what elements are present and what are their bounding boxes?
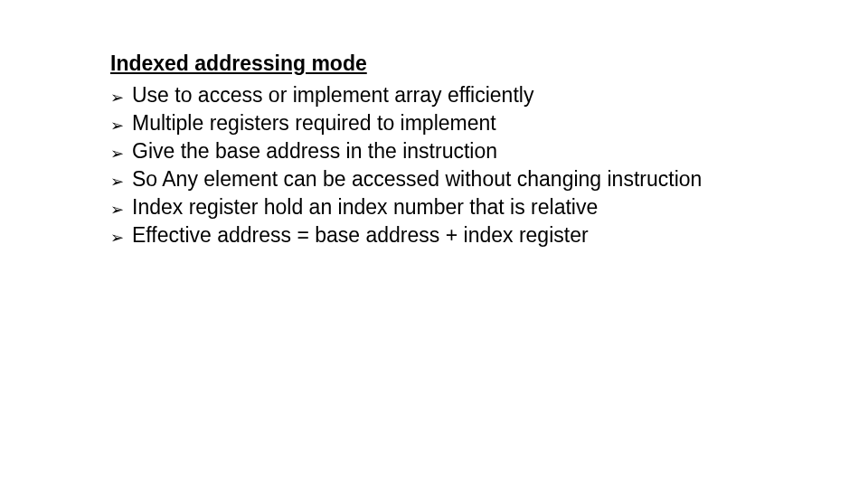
section-heading: Indexed addressing mode	[110, 50, 868, 78]
arrow-right-icon: ➢	[110, 89, 132, 106]
list-item: ➢ Index register hold an index number th…	[110, 193, 868, 221]
slide: Indexed addressing mode ➢ Use to access …	[0, 0, 868, 488]
arrow-right-icon: ➢	[110, 145, 132, 162]
arrow-right-icon: ➢	[110, 117, 132, 134]
list-item: ➢ So Any element can be accessed without…	[110, 165, 868, 193]
bullet-text: Multiple registers required to implement	[132, 109, 496, 137]
list-item: ➢ Effective address = base address + ind…	[110, 221, 868, 249]
bullet-text: So Any element can be accessed without c…	[132, 165, 702, 193]
list-item: ➢ Give the base address in the instructi…	[110, 137, 868, 165]
list-item: ➢ Multiple registers required to impleme…	[110, 109, 868, 137]
bullet-text: Give the base address in the instruction	[132, 137, 497, 165]
bullet-text: Use to access or implement array efficie…	[132, 81, 533, 109]
arrow-right-icon: ➢	[110, 202, 132, 218]
arrow-right-icon: ➢	[110, 174, 132, 190]
bullet-list: ➢ Use to access or implement array effic…	[110, 81, 868, 249]
bullet-text: Index register hold an index number that…	[132, 193, 598, 221]
arrow-right-icon: ➢	[110, 230, 132, 246]
list-item: ➢ Use to access or implement array effic…	[110, 81, 868, 109]
bullet-text: Effective address = base address + index…	[132, 221, 589, 249]
